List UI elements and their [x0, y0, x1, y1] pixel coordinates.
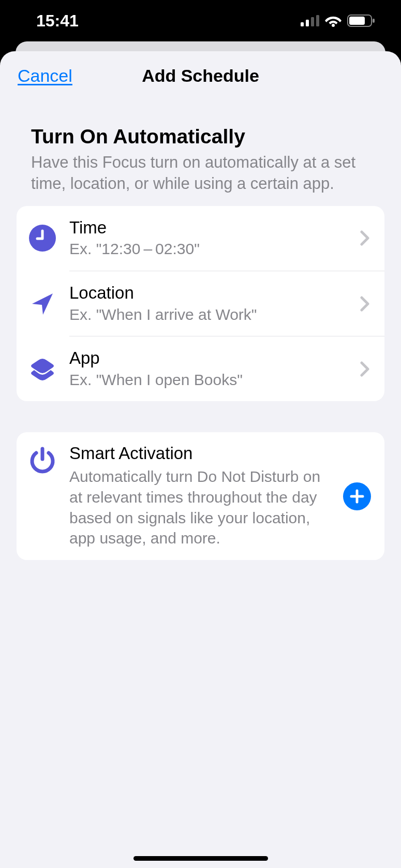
- svg-rect-2: [311, 17, 314, 26]
- status-icons: [301, 14, 375, 27]
- page-title: Add Schedule: [142, 66, 259, 86]
- time-option-row[interactable]: Time Ex. "12:30 – 02:30": [17, 206, 384, 271]
- add-smart-activation-button[interactable]: [343, 482, 371, 510]
- row-subtitle: Ex. "12:30 – 02:30": [69, 239, 354, 259]
- svg-rect-7: [373, 19, 375, 23]
- status-bar: 15:41: [0, 0, 401, 41]
- app-stack-icon: [28, 355, 57, 384]
- svg-rect-3: [316, 15, 319, 26]
- row-subtitle: Automatically turn Do Not Disturb on at …: [69, 466, 337, 548]
- section-description: Have this Focus turn on automatically at…: [31, 152, 370, 195]
- section-title: Turn On Automatically: [31, 125, 370, 148]
- navigation-bar: Cancel Add Schedule: [0, 51, 401, 100]
- add-schedule-sheet: Cancel Add Schedule Turn On Automaticall…: [0, 51, 401, 868]
- chevron-right-icon: [360, 361, 371, 377]
- chevron-right-icon: [360, 230, 371, 246]
- section-header: Turn On Automatically Have this Focus tu…: [0, 100, 401, 206]
- location-arrow-icon: [28, 289, 57, 318]
- home-indicator[interactable]: [133, 856, 268, 861]
- app-option-row[interactable]: App Ex. "When I open Books": [17, 336, 384, 401]
- row-subtitle: Ex. "When I arrive at Work": [69, 304, 354, 325]
- row-title: Location: [69, 283, 354, 303]
- cellular-icon: [301, 15, 319, 26]
- cancel-button[interactable]: Cancel: [18, 66, 72, 86]
- wifi-icon: [324, 14, 342, 27]
- location-option-row[interactable]: Location Ex. "When I arrive at Work": [17, 271, 384, 336]
- row-subtitle: Ex. "When I open Books": [69, 370, 354, 390]
- plus-icon: [349, 489, 365, 504]
- svg-rect-0: [301, 22, 304, 26]
- row-body: Time Ex. "12:30 – 02:30": [69, 217, 360, 259]
- smart-activation-card: Smart Activation Automatically turn Do N…: [17, 432, 384, 560]
- svg-rect-1: [306, 20, 309, 26]
- row-title: Time: [69, 217, 354, 238]
- row-body: Location Ex. "When I arrive at Work": [69, 283, 360, 325]
- row-title: App: [69, 348, 354, 369]
- battery-icon: [347, 14, 375, 27]
- row-body: App Ex. "When I open Books": [69, 348, 360, 390]
- chevron-right-icon: [360, 296, 371, 312]
- power-icon: [28, 446, 57, 475]
- smart-activation-row[interactable]: Smart Activation Automatically turn Do N…: [17, 432, 384, 560]
- row-body: Smart Activation Automatically turn Do N…: [69, 444, 339, 548]
- status-time: 15:41: [36, 11, 79, 31]
- svg-point-4: [332, 24, 335, 27]
- schedule-options-card: Time Ex. "12:30 – 02:30" Location Ex. "W…: [17, 206, 384, 402]
- row-title: Smart Activation: [69, 444, 337, 463]
- svg-rect-6: [349, 17, 365, 25]
- clock-icon: [28, 224, 57, 253]
